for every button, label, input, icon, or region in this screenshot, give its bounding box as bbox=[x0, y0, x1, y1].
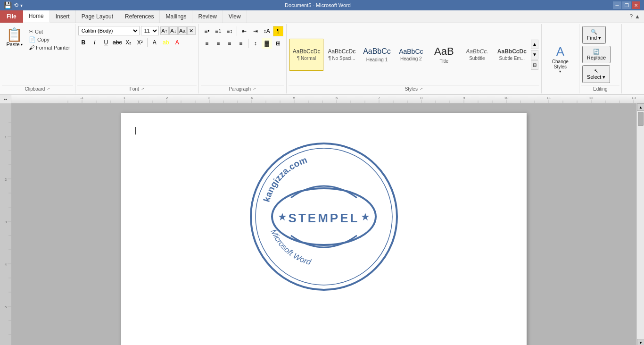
copy-button[interactable]: 📄 Copy bbox=[27, 36, 72, 43]
minimize-button[interactable]: ─ bbox=[613, 1, 621, 9]
superscript-button[interactable]: X² bbox=[135, 37, 145, 48]
font-color-button[interactable]: A bbox=[172, 37, 182, 48]
style-nospace[interactable]: AaBbCcDc ¶ No Spaci... bbox=[324, 39, 359, 71]
svg-text:Microsoft Word: Microsoft Word bbox=[269, 228, 312, 267]
subscript-button[interactable]: X₂ bbox=[124, 37, 134, 48]
style-h2-preview: AaBbCc bbox=[399, 48, 423, 56]
vertical-scrollbar: ▲ ▼ ⬡ ▼ bbox=[636, 103, 644, 345]
tab-file[interactable]: File bbox=[0, 10, 23, 23]
style-normal[interactable]: AaBbCcDc ¶ Normal bbox=[289, 39, 324, 71]
multilevel-button[interactable]: ≡↕ bbox=[224, 26, 235, 36]
style-subtitle[interactable]: AaBbCc. Subtitle bbox=[461, 39, 493, 71]
replace-icon: 🔄 bbox=[593, 49, 600, 55]
style-heading1[interactable]: AaBbCc Heading 1 bbox=[360, 39, 394, 71]
svg-text:1: 1 bbox=[5, 135, 7, 139]
scroll-track[interactable] bbox=[637, 111, 644, 339]
style-title-preview: AaB bbox=[434, 45, 454, 58]
decrease-indent-button[interactable]: ⇤ bbox=[239, 26, 249, 36]
numbering-button[interactable]: ≡1 bbox=[213, 26, 223, 36]
ribbon-minimize-icon[interactable]: ▲ bbox=[635, 13, 640, 20]
italic-button[interactable]: I bbox=[90, 37, 100, 48]
paragraph-expand-icon[interactable]: ↗ bbox=[253, 87, 256, 91]
style-subtitle-label: Subtitle bbox=[469, 56, 485, 61]
align-left-button[interactable]: ≡ bbox=[202, 38, 212, 49]
ribbon-help-icon[interactable]: ? bbox=[629, 13, 633, 20]
justify-button[interactable]: ≡ bbox=[236, 38, 246, 49]
svg-text:4: 4 bbox=[251, 96, 253, 100]
tab-insert[interactable]: Insert bbox=[50, 10, 76, 23]
svg-text:12: 12 bbox=[589, 96, 594, 100]
svg-text:11: 11 bbox=[547, 96, 551, 100]
clipboard-expand-icon[interactable]: ↗ bbox=[47, 87, 50, 91]
scroll-thumb[interactable] bbox=[638, 112, 644, 126]
document-page: ★ ★ STEMPEL kangizza.com Microsoft Word bbox=[121, 113, 527, 345]
tab-mailings[interactable]: Mailings bbox=[160, 10, 192, 23]
svg-text:3: 3 bbox=[208, 96, 211, 100]
find-icon: 🔍 bbox=[591, 29, 597, 35]
svg-text:kangizza.com: kangizza.com bbox=[261, 155, 308, 203]
format-painter-button[interactable]: 🖌 Format Painter bbox=[27, 44, 72, 51]
text-cursor bbox=[135, 127, 136, 135]
align-center-button[interactable]: ≡ bbox=[213, 38, 223, 49]
tab-page-layout[interactable]: Page Layout bbox=[76, 10, 119, 23]
show-formatting-button[interactable]: ¶ bbox=[273, 26, 283, 36]
increase-indent-button[interactable]: ⇥ bbox=[250, 26, 261, 36]
ruler-corner[interactable]: ↔ bbox=[0, 95, 11, 103]
shading-button[interactable]: ▓ bbox=[262, 38, 272, 49]
svg-text:3: 3 bbox=[5, 220, 7, 224]
document-scroll-area[interactable]: ★ ★ STEMPEL kangizza.com Microsoft Word bbox=[11, 103, 636, 345]
svg-text:7: 7 bbox=[378, 96, 380, 100]
tab-view[interactable]: View bbox=[223, 10, 247, 23]
change-styles-button[interactable]: A ChangeStyles ▾ bbox=[550, 42, 571, 76]
align-right-button[interactable]: ≡ bbox=[224, 38, 235, 49]
sort-button[interactable]: ↕A bbox=[262, 26, 272, 36]
ruler-area: ↔ bbox=[0, 95, 644, 103]
tab-home[interactable]: Home bbox=[23, 10, 50, 23]
font-expand-icon[interactable]: ↗ bbox=[141, 87, 144, 91]
borders-button[interactable]: ⊞ bbox=[273, 38, 283, 49]
tab-references[interactable]: References bbox=[119, 10, 160, 23]
font-shrink-button[interactable]: A↓ bbox=[169, 26, 178, 35]
style-heading2[interactable]: AaBbCc Heading 2 bbox=[395, 39, 427, 71]
restore-button[interactable]: ❐ bbox=[622, 1, 631, 9]
font-grow-button[interactable]: A↑ bbox=[160, 26, 169, 35]
styles-group: AaBbCcDc ¶ Normal AaBbCcDc ¶ No Spaci...… bbox=[287, 24, 542, 93]
strikethrough-button[interactable]: abc bbox=[112, 37, 123, 48]
bullets-button[interactable]: ≡• bbox=[202, 26, 212, 36]
clear-format-button[interactable]: ✕ bbox=[187, 26, 196, 35]
change-styles-label: ChangeStyles bbox=[552, 59, 569, 69]
paragraph-label: Paragraph bbox=[229, 86, 251, 92]
style-subtle2-label: Subtle Em... bbox=[499, 56, 525, 61]
find-button[interactable]: 🔍 Find ▾ bbox=[582, 26, 606, 44]
svg-text:10: 10 bbox=[504, 96, 509, 100]
styles-expand[interactable]: ⊟ bbox=[531, 60, 538, 70]
underline-button[interactable]: U bbox=[101, 37, 111, 48]
replace-button[interactable]: 🔄 Replace bbox=[582, 46, 611, 63]
style-h1-preview: AaBbCc bbox=[363, 47, 391, 56]
close-button[interactable]: ✕ bbox=[632, 1, 640, 9]
paste-icon: 📋 bbox=[6, 28, 23, 42]
scroll-up-button[interactable]: ▲ bbox=[637, 103, 644, 111]
styles-scroll-down[interactable]: ▼ bbox=[531, 50, 538, 59]
styles-scroll-up[interactable]: ▲ bbox=[531, 40, 538, 49]
svg-text:★: ★ bbox=[278, 211, 287, 223]
styles-expand-icon[interactable]: ↗ bbox=[420, 87, 423, 91]
bold-button[interactable]: B bbox=[78, 37, 89, 48]
style-subtle-em[interactable]: AaBbCcDc Subtle Em... bbox=[494, 39, 530, 71]
select-button[interactable]: ↖ Select ▾ bbox=[582, 65, 611, 83]
change-styles-dropdown-icon: ▾ bbox=[559, 69, 561, 74]
svg-text:★: ★ bbox=[361, 211, 370, 223]
paragraph-group: ≡• ≡1 ≡↕ ⇤ ⇥ ↕A ¶ ≡ ≡ ≡ ≡ ↕ ▓ bbox=[199, 24, 287, 93]
tab-review[interactable]: Review bbox=[192, 10, 223, 23]
font-family-select[interactable]: Calibri (Body) bbox=[78, 26, 140, 35]
style-title[interactable]: AaB Title bbox=[428, 39, 460, 71]
font-size-select[interactable]: 11 bbox=[141, 26, 159, 35]
cut-button[interactable]: ✂ Cut bbox=[27, 28, 72, 35]
scroll-down-button[interactable]: ▼ bbox=[637, 339, 644, 345]
line-spacing-button[interactable]: ↕ bbox=[250, 38, 261, 49]
paste-button[interactable]: 📋 Paste ▾ bbox=[3, 26, 26, 50]
font-case-button[interactable]: Aa bbox=[178, 26, 187, 35]
text-highlight-button[interactable]: ab bbox=[161, 37, 171, 48]
paste-dropdown-icon[interactable]: ▾ bbox=[21, 42, 23, 47]
text-effect-button[interactable]: A bbox=[149, 37, 160, 48]
